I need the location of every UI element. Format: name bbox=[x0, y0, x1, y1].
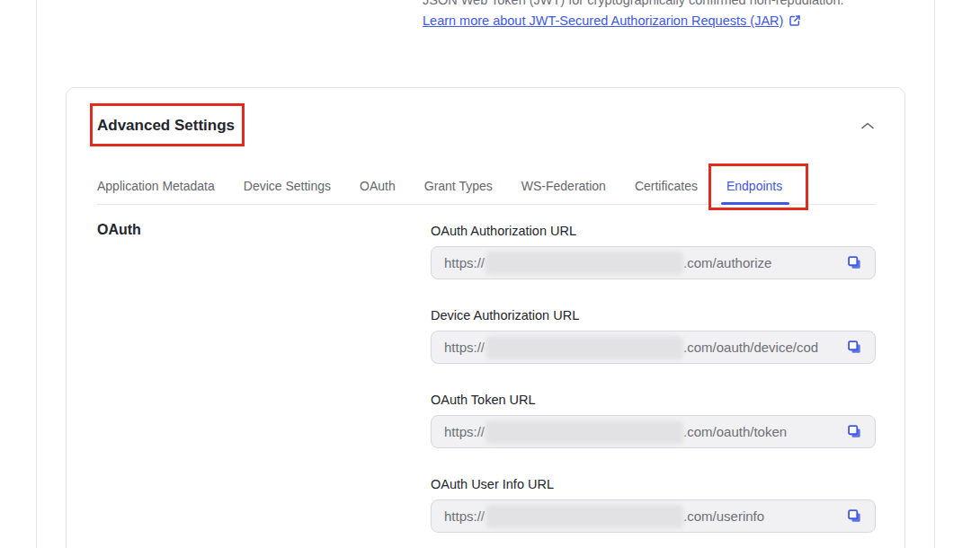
oauth-section-heading: OAuth bbox=[97, 222, 141, 238]
tab-grant-types[interactable]: Grant Types bbox=[424, 167, 493, 204]
url-suffix: .com/oauth/device/cod bbox=[683, 340, 818, 355]
field-label: Device Authorization URL bbox=[431, 306, 876, 324]
tab-endpoints-label: Endpoints bbox=[726, 179, 782, 193]
advanced-settings-title: Advanced Settings bbox=[97, 117, 235, 134]
url-suffix: .com/oauth/token bbox=[683, 424, 787, 439]
redacted-domain bbox=[486, 336, 683, 359]
tab-certificates[interactable]: Certificates bbox=[635, 167, 698, 204]
field-oauth-token-url: OAuth Token URL https:// .com/oauth/toke… bbox=[431, 391, 876, 448]
copy-icon bbox=[847, 508, 862, 524]
url-prefix: https:// bbox=[444, 255, 485, 270]
url-suffix: .com/authorize bbox=[683, 255, 771, 270]
copy-icon bbox=[847, 424, 862, 439]
field-label: OAuth Authorization URL bbox=[431, 222, 876, 240]
jar-learn-more-link[interactable]: Learn more about JWT-Secured Authorizari… bbox=[423, 12, 783, 30]
field-device-authorization-url: Device Authorization URL https:// .com/o… bbox=[431, 306, 876, 364]
jwt-description-text: JSON Web Token (JWT) for cryptographical… bbox=[423, 0, 908, 9]
active-tab-underline bbox=[721, 202, 789, 205]
url-suffix: .com/userinfo bbox=[683, 508, 764, 524]
copy-button[interactable] bbox=[846, 340, 862, 356]
jwt-intro-section: JSON Web Token (JWT) for cryptographical… bbox=[423, 0, 908, 30]
field-label: OAuth User Info URL bbox=[431, 475, 876, 493]
url-prefix: https:// bbox=[444, 508, 485, 524]
url-prefix: https:// bbox=[444, 340, 485, 355]
copy-icon bbox=[847, 340, 862, 355]
tab-oauth[interactable]: OAuth bbox=[360, 167, 396, 204]
oauth-user-info-url-input[interactable]: https:// .com/userinfo bbox=[431, 499, 876, 533]
oauth-authorization-url-input[interactable]: https:// .com/authorize bbox=[431, 246, 876, 279]
field-oauth-authorization-url: OAuth Authorization URL https:// .com/au… bbox=[431, 222, 876, 279]
device-authorization-url-input[interactable]: https:// .com/oauth/device/cod bbox=[431, 331, 876, 364]
tab-application-metadata[interactable]: Application Metadata bbox=[97, 167, 215, 204]
tab-endpoints[interactable]: Endpoints bbox=[726, 167, 782, 204]
redacted-domain bbox=[486, 420, 683, 444]
advanced-settings-card: Advanced Settings Application Metadata D… bbox=[66, 87, 905, 548]
copy-button[interactable] bbox=[846, 424, 862, 440]
tab-device-settings[interactable]: Device Settings bbox=[244, 167, 331, 204]
redacted-domain bbox=[486, 505, 683, 528]
tab-ws-federation[interactable]: WS-Federation bbox=[521, 167, 606, 204]
copy-button[interactable] bbox=[846, 508, 862, 525]
field-oauth-user-info-url: OAuth User Info URL https:// .com/userin… bbox=[431, 475, 876, 533]
url-prefix: https:// bbox=[444, 424, 485, 439]
chevron-up-icon bbox=[860, 119, 875, 133]
collapse-section-button[interactable] bbox=[858, 118, 878, 134]
endpoint-fields: OAuth Authorization URL https:// .com/au… bbox=[431, 222, 876, 548]
advanced-settings-tabs: Application Metadata Device Settings OAu… bbox=[97, 167, 876, 205]
copy-icon bbox=[847, 255, 862, 270]
copy-button[interactable] bbox=[846, 255, 862, 271]
external-link-icon bbox=[788, 14, 801, 27]
oauth-token-url-input[interactable]: https:// .com/oauth/token bbox=[431, 415, 876, 448]
redacted-domain bbox=[486, 252, 683, 275]
field-label: OAuth Token URL bbox=[431, 391, 876, 409]
